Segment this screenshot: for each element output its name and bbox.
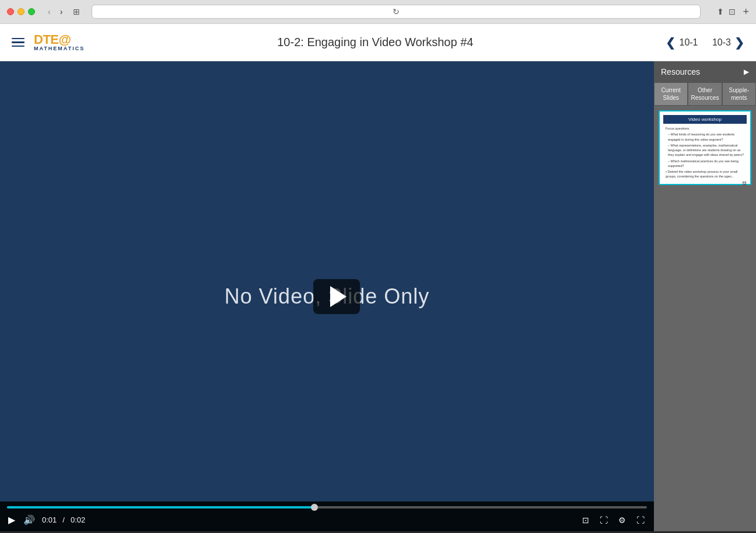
logo-bottom: MATHEMATICS: [34, 46, 85, 51]
slide-bullet-2: • Debrief the video workshop process in …: [666, 169, 747, 179]
back-button[interactable]: ‹: [44, 6, 54, 18]
slide-preview-body: Focus questions: – What kinds of reasoni…: [663, 126, 747, 179]
time-separator: /: [62, 515, 65, 524]
video-area: No Video, Slide Only ▶ 🔊 0:01 / 0:02 ⊡ ⛶…: [0, 61, 654, 531]
minimize-button[interactable]: [18, 8, 24, 15]
slide-bullet-1: Focus questions:: [666, 126, 747, 131]
new-tab-button[interactable]: +: [743, 6, 749, 18]
play-button-overlay[interactable]: [313, 279, 360, 314]
slide-sub-bullet-2: – What representations, examples, mathem…: [668, 143, 747, 158]
header-nav: ❮ 10-1 10-3 ❯: [666, 36, 744, 50]
nav-left-arrow[interactable]: ❮: [666, 36, 676, 50]
browser-titlebar: ‹ › ⊞ ↻ ⬆ ⊡ +: [0, 0, 756, 23]
maximize-button[interactable]: [28, 8, 35, 15]
hamburger-menu[interactable]: [12, 38, 24, 47]
tab-supplements[interactable]: Supple-ments: [722, 82, 756, 106]
volume-button[interactable]: 🔊: [22, 513, 36, 527]
play-triangle-icon: [330, 286, 346, 307]
logo-top: DTE@: [34, 33, 85, 46]
share-icon[interactable]: ⬆: [717, 7, 724, 16]
progress-bar[interactable]: [7, 506, 647, 508]
refresh-icon: ↻: [393, 7, 400, 16]
hamburger-line-1: [12, 38, 24, 40]
app-header: DTE@ MATHEMATICS 10-2: Engaging in Video…: [0, 24, 756, 61]
main-content: No Video, Slide Only ▶ 🔊 0:01 / 0:02 ⊡ ⛶…: [0, 61, 756, 531]
close-button[interactable]: [7, 8, 14, 15]
resources-title: Resources: [661, 67, 700, 76]
slide-preview-item[interactable]: Video workshop Focus questions: – What k…: [659, 110, 751, 185]
tab-other-resources[interactable]: OtherResources: [688, 82, 722, 106]
nav-separator: [702, 37, 709, 48]
resources-sidebar: Resources ▶ CurrentSlides OtherResources…: [654, 61, 756, 531]
settings-button[interactable]: ⚙: [616, 514, 628, 526]
play-pause-button[interactable]: ▶: [7, 513, 16, 527]
tab-current-slides[interactable]: CurrentSlides: [654, 82, 688, 106]
slide-sub-bullet-1: – What kinds of reasoning do you see stu…: [668, 132, 747, 142]
nav-prev-label[interactable]: 10-1: [679, 37, 698, 48]
progress-thumb[interactable]: [311, 504, 318, 511]
controls-row: ▶ 🔊 0:01 / 0:02 ⊡ ⛶ ⚙ ⛶: [7, 513, 647, 527]
nav-buttons: ‹ ›: [44, 6, 66, 18]
logo: DTE@ MATHEMATICS: [34, 33, 85, 51]
slide-icon: 🖫: [742, 180, 747, 187]
hamburger-line-3: [12, 46, 24, 47]
page-title: 10-2: Engaging in Video Workshop #4: [85, 36, 666, 49]
traffic-lights: [7, 8, 35, 15]
airplay-button[interactable]: ⛶: [597, 514, 610, 526]
nav-next-label[interactable]: 10-3: [712, 37, 731, 48]
window-button[interactable]: ⊞: [73, 7, 80, 16]
hamburger-line-2: [12, 41, 24, 43]
slide-preview-title: Video workshop: [663, 115, 747, 124]
fullscreen-button[interactable]: ⛶: [634, 514, 647, 526]
resources-content: Video workshop Focus questions: – What k…: [654, 106, 756, 531]
slide-sub-bullet-3: – Which mathematical practices do you se…: [668, 159, 747, 169]
nav-right-arrow[interactable]: ❯: [734, 36, 744, 50]
forward-button[interactable]: ›: [57, 6, 66, 18]
pip-button[interactable]: ⊡: [580, 514, 592, 526]
fullscreen-icon[interactable]: ⊡: [729, 7, 736, 16]
address-bar[interactable]: ↻: [92, 5, 701, 19]
video-controls: ▶ 🔊 0:01 / 0:02 ⊡ ⛶ ⚙ ⛶: [0, 501, 654, 531]
time-current: 0:01: [42, 515, 57, 524]
time-total: 0:02: [71, 515, 85, 524]
progress-fill: [7, 506, 314, 508]
resources-header: Resources ▶: [654, 61, 756, 82]
browser-actions: ⬆ ⊡: [717, 7, 736, 16]
browser-chrome: ‹ › ⊞ ↻ ⬆ ⊡ +: [0, 0, 756, 24]
resources-tabs: CurrentSlides OtherResources Supple-ment…: [654, 82, 756, 106]
resources-expand-icon[interactable]: ▶: [744, 68, 749, 76]
